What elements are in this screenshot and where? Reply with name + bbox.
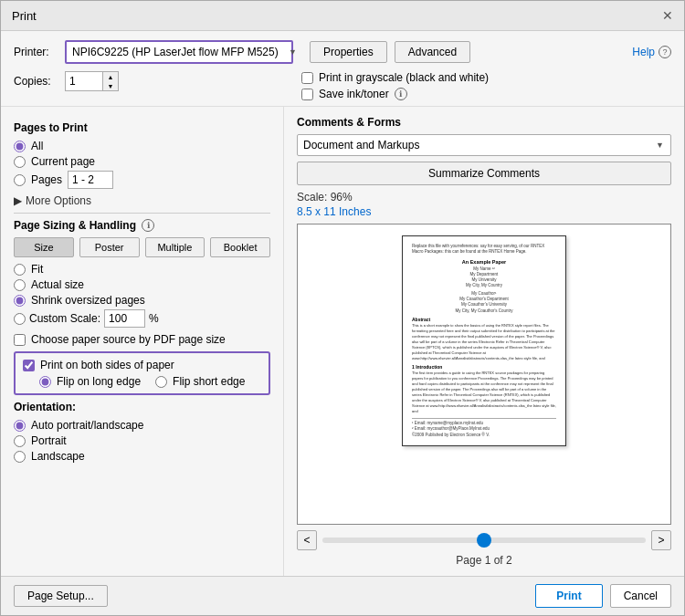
size-button[interactable]: Size xyxy=(14,237,74,257)
left-panel: Pages to Print All Current page Pages xyxy=(1,107,284,576)
close-button[interactable]: ✕ xyxy=(662,8,673,23)
grayscale-label: Print in grayscale (black and white) xyxy=(319,71,489,84)
actual-size-radio-row: Actual size xyxy=(14,278,270,291)
preview-affil3: My City, My Country xyxy=(412,283,556,288)
preview-section1-text: The first item provides a guide to using… xyxy=(412,371,556,414)
custom-scale-radio[interactable] xyxy=(14,313,26,325)
copies-up-button[interactable]: ▲ xyxy=(103,72,118,81)
grayscale-checkbox[interactable] xyxy=(301,72,313,84)
both-sides-section: Print on both sides of paper Flip on lon… xyxy=(14,351,270,395)
page-sizing-title: Page Sizing & Handling xyxy=(14,219,136,232)
nav-slider-track xyxy=(322,538,646,543)
printer-select[interactable]: NPI6C9225 (HP LaserJet flow MFP M525) xyxy=(65,40,293,64)
auto-orientation-row: Auto portrait/landscape xyxy=(14,419,270,432)
dialog-title: Print xyxy=(12,9,37,23)
auto-orientation-radio[interactable] xyxy=(14,420,26,432)
preview-title: An Example Paper xyxy=(412,259,556,265)
copies-spinner: ▲ ▼ xyxy=(102,72,118,90)
comments-select[interactable]: Document and Markups Document Form Field… xyxy=(297,134,671,156)
properties-button[interactable]: Properties xyxy=(310,41,387,63)
page-sizing-info-icon[interactable]: ℹ xyxy=(142,219,154,232)
both-sides-checkbox[interactable] xyxy=(23,360,35,371)
booklet-button[interactable]: Booklet xyxy=(210,237,270,257)
choose-paper-checkbox[interactable] xyxy=(14,334,26,346)
landscape-row: Landscape xyxy=(14,450,270,463)
fit-options: Fit Actual size Shrink oversized pages C… xyxy=(14,263,270,328)
actual-size-radio[interactable] xyxy=(14,279,26,291)
flip-short-radio[interactable] xyxy=(155,376,167,388)
choose-paper-label: Choose paper source by PDF page size xyxy=(31,333,226,346)
orientation-section: Orientation: Auto portrait/landscape Por… xyxy=(14,401,270,463)
comments-forms-title: Comments & Forms xyxy=(297,116,671,129)
orientation-radio-group: Auto portrait/landscape Portrait Landsca… xyxy=(14,419,270,463)
main-section: Pages to Print All Current page Pages xyxy=(1,107,684,576)
nav-slider-thumb[interactable] xyxy=(477,533,491,548)
multiple-button[interactable]: Multiple xyxy=(145,237,206,257)
scale-label: Scale: 96% xyxy=(297,191,671,204)
both-sides-label-row: Print on both sides of paper xyxy=(23,359,261,371)
help-icon[interactable]: ? xyxy=(659,46,671,58)
print-dialog: Print ✕ Printer: NPI6C9225 (HP LaserJet … xyxy=(0,0,685,616)
next-page-button[interactable]: > xyxy=(651,530,671,550)
grayscale-section: Print in grayscale (black and white) Sav… xyxy=(301,71,489,100)
auto-orientation-label: Auto portrait/landscape xyxy=(31,419,143,432)
shrink-radio[interactable] xyxy=(14,295,26,307)
choose-paper-row: Choose paper source by PDF page size xyxy=(14,333,270,346)
custom-scale-row: Custom Scale: % xyxy=(14,309,270,328)
current-page-radio-row: Current page xyxy=(14,155,270,168)
poster-button[interactable]: Poster xyxy=(79,237,140,257)
pages-radio-row: Pages xyxy=(14,171,270,189)
orientation-title: Orientation: xyxy=(14,401,270,413)
landscape-label: Landscape xyxy=(31,450,85,463)
pages-range-input[interactable] xyxy=(68,171,113,189)
preview-publisher: ©2009 Published by Electron Science ® V. xyxy=(412,433,556,438)
summarize-button[interactable]: Summarize Comments xyxy=(297,162,671,185)
fit-radio-row: Fit xyxy=(14,263,270,276)
prev-page-button[interactable]: < xyxy=(297,530,317,550)
pages-range-radio[interactable] xyxy=(14,174,26,186)
divider-1 xyxy=(14,213,270,214)
right-panel: Comments & Forms Document and Markups Do… xyxy=(284,107,684,576)
fit-label: Fit xyxy=(31,263,43,276)
pages-range-label: Pages xyxy=(31,173,62,186)
page-indicator: Page 1 of 2 xyxy=(297,554,671,567)
footer: Page Setup... Print Cancel xyxy=(1,576,684,615)
dialog-content: Printer: NPI6C9225 (HP LaserJet flow MFP… xyxy=(1,31,684,576)
more-options-chevron: ▶ xyxy=(14,194,22,207)
page-sizing-header: Page Sizing & Handling ℹ xyxy=(14,219,270,232)
custom-scale-input[interactable] xyxy=(104,309,145,328)
flip-short-radio-row: Flip short edge xyxy=(155,375,245,388)
cancel-button[interactable]: Cancel xyxy=(610,584,671,608)
all-radio[interactable] xyxy=(14,141,26,152)
fit-radio[interactable] xyxy=(14,264,26,276)
printer-select-wrapper: NPI6C9225 (HP LaserJet flow MFP M525) xyxy=(65,40,302,64)
saveink-checkbox[interactable] xyxy=(301,89,313,100)
preview-top-text: Replace this file with yourreferences: s… xyxy=(412,244,556,256)
nav-section: < > xyxy=(297,530,671,550)
paper-size-label: 8.5 x 11 Inches xyxy=(297,205,671,218)
copies-down-button[interactable]: ▼ xyxy=(103,81,118,90)
advanced-button[interactable]: Advanced xyxy=(395,41,470,63)
landscape-radio[interactable] xyxy=(14,451,26,463)
preview-abstract-title: Abstract xyxy=(412,317,556,322)
more-options-row[interactable]: ▶ More Options xyxy=(14,194,270,207)
flip-long-radio[interactable] xyxy=(39,376,51,388)
copies-grayscale-row: Copies: ▲ ▼ Print in grayscale (black an… xyxy=(14,71,671,100)
copies-input[interactable] xyxy=(66,73,102,89)
shrink-label: Shrink oversized pages xyxy=(31,294,145,307)
print-button[interactable]: Print xyxy=(535,584,602,608)
all-label: All xyxy=(31,140,43,152)
saveink-info-icon[interactable]: ℹ xyxy=(395,88,407,100)
more-options-label: More Options xyxy=(26,194,91,207)
flip-long-radio-row: Flip on long edge xyxy=(39,375,141,388)
shrink-radio-row: Shrink oversized pages xyxy=(14,294,270,307)
printer-row: Printer: NPI6C9225 (HP LaserJet flow MFP… xyxy=(14,40,671,64)
pages-to-print-title: Pages to Print xyxy=(14,121,270,134)
flip-short-label: Flip short edge xyxy=(173,375,245,388)
current-page-radio[interactable] xyxy=(14,156,26,168)
page-setup-button[interactable]: Page Setup... xyxy=(14,585,108,607)
help-link[interactable]: Help xyxy=(632,46,655,58)
portrait-radio[interactable] xyxy=(14,435,26,447)
footer-right: Print Cancel xyxy=(535,584,671,608)
current-page-label: Current page xyxy=(31,155,95,168)
